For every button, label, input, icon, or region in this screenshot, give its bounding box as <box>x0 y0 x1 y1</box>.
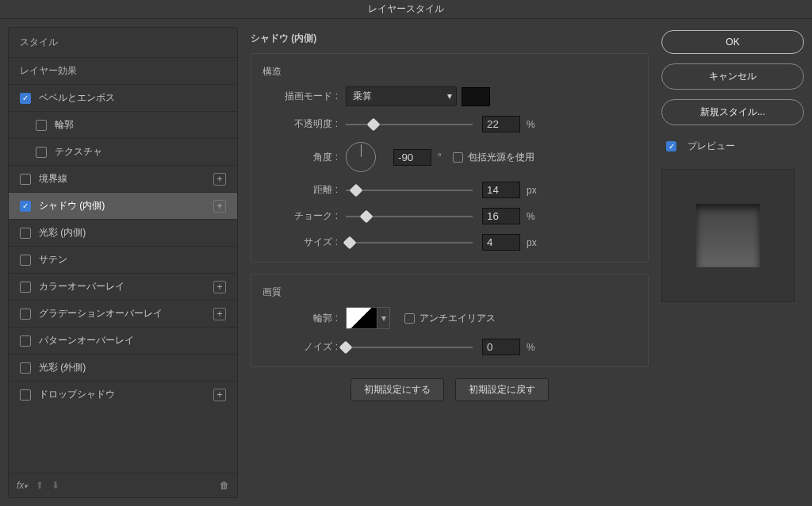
color-swatch[interactable] <box>462 87 490 106</box>
preview-label[interactable]: プレビュー <box>688 140 735 153</box>
default-buttons-row: 初期設定にする 初期設定に戻す <box>251 378 649 401</box>
style-checkbox[interactable] <box>20 389 31 401</box>
structure-title: 構造 <box>262 65 637 79</box>
style-item-label: 光彩 (内側) <box>39 226 226 240</box>
sidebar-styles-heading[interactable]: スタイル <box>9 28 237 57</box>
style-item-5[interactable]: 光彩 (内側) <box>9 219 237 246</box>
blend-mode-select[interactable]: 乗算▾ <box>346 86 457 106</box>
style-item-7[interactable]: カラーオーバーレイ＋ <box>9 273 237 300</box>
style-checkbox[interactable] <box>36 120 47 131</box>
style-checkbox[interactable] <box>20 255 31 266</box>
make-default-button[interactable]: 初期設定にする <box>350 378 444 401</box>
add-effect-icon[interactable]: ＋ <box>213 308 226 320</box>
noise-label: ノイズ : <box>262 340 346 354</box>
distance-label: 距離 : <box>262 183 346 197</box>
angle-knob[interactable] <box>346 142 376 172</box>
global-light-checkbox[interactable] <box>453 152 463 163</box>
style-checkbox[interactable] <box>20 174 31 185</box>
add-effect-icon[interactable]: ＋ <box>213 389 226 401</box>
sidebar-layer-effects[interactable]: レイヤー効果 <box>9 57 237 84</box>
preview-thumbnail <box>696 204 760 267</box>
add-effect-icon[interactable]: ＋ <box>213 173 226 186</box>
style-item-9[interactable]: パターンオーバーレイ <box>9 327 237 354</box>
size-unit: px <box>527 237 537 248</box>
new-style-button[interactable]: 新規スタイル... <box>661 99 804 125</box>
choke-unit: % <box>527 211 535 222</box>
trash-icon[interactable]: 🗑 <box>220 480 229 491</box>
move-down-icon[interactable]: ⬇ <box>52 480 59 491</box>
move-up-icon[interactable]: ⬆ <box>36 480 44 491</box>
style-list: ✓ベベルとエンボス輪郭テクスチャ境界線＋✓シャドウ (内側)＋光彩 (内側)サテ… <box>9 84 237 473</box>
style-item-6[interactable]: サテン <box>9 246 237 273</box>
settings-panel: シャドウ (内側) 構造 描画モード : 乗算▾ 不透明度 : % <box>238 27 661 498</box>
style-item-4[interactable]: ✓シャドウ (内側)＋ <box>9 192 237 219</box>
style-item-label: テクスチャ <box>55 145 226 159</box>
style-checkbox[interactable]: ✓ <box>20 201 31 212</box>
quality-group: 画質 輪郭 : ▾ アンチエイリアス ノイズ : % <box>251 274 649 367</box>
quality-title: 画質 <box>262 286 637 299</box>
opacity-label: 不透明度 : <box>262 117 346 131</box>
dialog-content: スタイル レイヤー効果 ✓ベベルとエンボス輪郭テクスチャ境界線＋✓シャドウ (内… <box>0 19 812 506</box>
choke-slider[interactable] <box>346 210 473 223</box>
distance-slider[interactable] <box>346 184 473 197</box>
style-checkbox[interactable] <box>36 147 47 158</box>
noise-slider[interactable] <box>346 341 473 354</box>
style-checkbox[interactable] <box>20 335 31 347</box>
style-checkbox[interactable] <box>20 282 31 293</box>
style-item-label: シャドウ (内側) <box>39 199 213 213</box>
antialias-label[interactable]: アンチエイリアス <box>419 312 496 325</box>
dialog-right-column: OK キャンセル 新規スタイル... ✓ プレビュー <box>661 27 804 498</box>
noise-unit: % <box>527 342 535 353</box>
style-item-label: ベベルとエンボス <box>39 91 226 105</box>
style-checkbox[interactable] <box>20 309 31 320</box>
antialias-checkbox[interactable] <box>404 313 415 324</box>
contour-label: 輪郭 : <box>262 312 346 325</box>
add-effect-icon[interactable]: ＋ <box>213 200 226 213</box>
sidebar-footer: fx▾ ⬆ ⬇ 🗑 <box>9 473 237 497</box>
noise-input[interactable] <box>482 339 520 355</box>
style-item-11[interactable]: ドロップシャドウ＋ <box>9 381 237 408</box>
style-item-1[interactable]: 輪郭 <box>9 111 237 138</box>
size-slider[interactable] <box>346 236 473 249</box>
style-item-2[interactable]: テクスチャ <box>9 138 237 165</box>
style-item-label: 境界線 <box>39 172 213 186</box>
chevron-down-icon: ▾ <box>447 90 452 102</box>
layer-style-dialog: レイヤースタイル スタイル レイヤー効果 ✓ベベルとエンボス輪郭テクスチャ境界線… <box>0 0 812 506</box>
preview-checkbox[interactable]: ✓ <box>666 141 676 151</box>
opacity-input[interactable] <box>482 116 520 132</box>
choke-input[interactable] <box>482 208 520 224</box>
style-item-label: ドロップシャドウ <box>39 388 213 401</box>
opacity-slider[interactable] <box>346 118 473 131</box>
angle-input[interactable] <box>393 149 431 166</box>
window-title: レイヤースタイル <box>0 0 812 19</box>
reset-default-button[interactable]: 初期設定に戻す <box>455 378 549 401</box>
distance-input[interactable] <box>482 182 520 198</box>
style-item-label: パターンオーバーレイ <box>39 334 226 347</box>
fx-menu-icon[interactable]: fx▾ <box>17 480 28 491</box>
style-checkbox[interactable] <box>20 362 31 374</box>
angle-unit: ° <box>438 151 442 163</box>
cancel-button[interactable]: キャンセル <box>661 63 804 90</box>
style-item-8[interactable]: グラデーションオーバーレイ＋ <box>9 300 237 327</box>
contour-picker[interactable] <box>346 307 377 329</box>
style-item-3[interactable]: 境界線＋ <box>9 165 237 192</box>
angle-label: 角度 : <box>262 151 346 164</box>
size-input[interactable] <box>482 234 520 251</box>
style-item-label: 輪郭 <box>55 118 226 132</box>
panel-title: シャドウ (内側) <box>251 27 649 53</box>
style-item-0[interactable]: ✓ベベルとエンボス <box>9 84 237 111</box>
add-effect-icon[interactable]: ＋ <box>213 281 226 293</box>
global-light-label[interactable]: 包括光源を使用 <box>468 151 534 164</box>
style-item-label: 光彩 (外側) <box>39 361 226 374</box>
styles-sidebar: スタイル レイヤー効果 ✓ベベルとエンボス輪郭テクスチャ境界線＋✓シャドウ (内… <box>8 27 238 498</box>
structure-group: 構造 描画モード : 乗算▾ 不透明度 : % <box>251 53 649 263</box>
style-item-label: グラデーションオーバーレイ <box>39 307 213 320</box>
preview-box <box>661 169 795 302</box>
contour-caret[interactable]: ▾ <box>377 307 390 329</box>
style-checkbox[interactable] <box>20 228 31 239</box>
ok-button[interactable]: OK <box>661 30 804 54</box>
style-checkbox[interactable]: ✓ <box>20 93 31 104</box>
opacity-unit: % <box>527 119 535 130</box>
style-item-10[interactable]: 光彩 (外側) <box>9 354 237 381</box>
size-label: サイズ : <box>262 236 346 249</box>
